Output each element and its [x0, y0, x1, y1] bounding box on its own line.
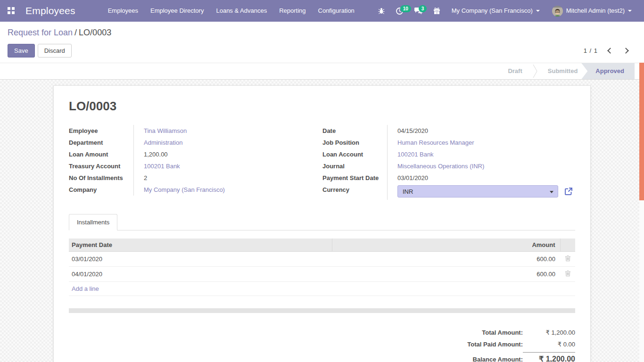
record-title: LO/0003: [69, 99, 575, 114]
breadcrumb: Request for Loan/LO/0003: [8, 28, 636, 38]
field-label-date: Date: [322, 125, 388, 137]
field-value-job-position[interactable]: Human Resources Manager: [397, 139, 474, 146]
table-horizontal-scrollbar[interactable]: [69, 308, 575, 313]
total-paid-label: Total Paid Amount:: [467, 341, 523, 348]
menu-item-employees[interactable]: Employees: [102, 0, 144, 22]
app-brand[interactable]: Employees: [25, 5, 75, 16]
field-label-loan-account: Loan Account: [322, 148, 388, 160]
activity-count-badge: 10: [400, 5, 411, 12]
status-step-submitted[interactable]: Submitted: [537, 63, 588, 79]
field-label-treasury-account: Treasury Account: [69, 160, 134, 172]
status-step-approved[interactable]: Approved: [581, 63, 635, 79]
column-header-amount[interactable]: Amount: [332, 239, 560, 252]
systray: 10 3 My Company (San Francisco): [374, 0, 636, 22]
currency-select[interactable]: INR: [397, 185, 558, 197]
chevron-down-icon: [536, 10, 540, 12]
message-count-badge: 3: [419, 5, 427, 12]
column-header-payment-date[interactable]: Payment Date: [69, 239, 332, 252]
installments-table: Payment Date Amount 03/01/2020 600.00: [69, 239, 575, 296]
menu-item-reporting[interactable]: Reporting: [273, 0, 312, 22]
apps-menu-icon[interactable]: [8, 7, 15, 15]
user-avatar: [552, 6, 563, 16]
external-link-icon[interactable]: [564, 187, 573, 196]
field-label-company: Company: [69, 184, 134, 196]
field-label-employee: Employee: [69, 125, 134, 137]
cell-amount[interactable]: 600.00: [332, 267, 560, 282]
total-amount-label: Total Amount:: [482, 329, 523, 336]
notebook: Installments Payment Date Amount 03/01/2…: [69, 214, 575, 313]
field-label-journal: Journal: [322, 160, 388, 172]
field-group-left: Employee Tina Williamson Department Admi…: [69, 125, 314, 200]
select-caret-icon: [550, 191, 553, 193]
debug-bug-icon[interactable]: [374, 4, 389, 17]
page-scrollbar-thumb[interactable]: [639, 63, 644, 200]
breadcrumb-parent-link[interactable]: Request for Loan: [8, 28, 73, 37]
field-value-installments[interactable]: 2: [134, 172, 314, 184]
field-value-company[interactable]: My Company (San Francisco): [144, 186, 225, 193]
field-value-loan-amount[interactable]: 1,200.00: [134, 148, 314, 160]
company-name: My Company (San Francisco): [452, 0, 533, 22]
form-view-background: LO/0003 Employee Tina Williamson Departm…: [0, 80, 644, 362]
statusbar: Draft Submitted Approved: [0, 63, 644, 80]
field-label-loan-amount: Loan Amount: [69, 148, 134, 160]
total-paid-value: ₹ 0.00: [523, 339, 575, 350]
status-step-draft[interactable]: Draft: [497, 63, 532, 79]
field-group-right: Date 04/15/2020 Job Position Human Resou…: [322, 125, 575, 200]
control-panel: Request for Loan/LO/0003 Save Discard 1 …: [0, 22, 644, 63]
field-value-treasury-account[interactable]: 100201 Bank: [144, 163, 180, 170]
menu-item-configuration[interactable]: Configuration: [312, 0, 361, 22]
chevron-down-icon: [628, 10, 632, 12]
top-navbar: Employees Employees Employee Directory L…: [0, 0, 644, 22]
field-label-currency: Currency: [322, 184, 388, 200]
field-value-employee[interactable]: Tina Williamson: [144, 127, 187, 134]
field-value-payment-start-date[interactable]: 03/01/2020: [388, 172, 575, 184]
cell-payment-date[interactable]: 04/01/2020: [69, 267, 332, 282]
cell-amount[interactable]: 600.00: [332, 252, 560, 267]
messages-chat-icon[interactable]: 3: [410, 4, 427, 18]
user-menu[interactable]: Mitchell Admin (test2): [547, 0, 636, 22]
delete-row-icon[interactable]: [565, 270, 571, 277]
menu-item-loans-advances[interactable]: Loans & Advances: [210, 0, 273, 22]
column-header-actions: [560, 239, 575, 252]
step-arrow-icon: [533, 64, 537, 78]
form-sheet: LO/0003 Employee Tina Williamson Departm…: [53, 85, 591, 362]
field-label-department: Department: [69, 137, 134, 148]
pager: 1 / 1: [584, 47, 636, 54]
activities-clock-icon[interactable]: 10: [392, 4, 407, 18]
field-value-date[interactable]: 04/15/2020: [388, 125, 575, 137]
page-scrollbar-track[interactable]: [639, 63, 644, 362]
save-button[interactable]: Save: [8, 44, 35, 58]
field-value-journal[interactable]: Miscellaneous Operations (INR): [397, 163, 484, 170]
main-menu: Employees Employee Directory Loans & Adv…: [102, 0, 361, 22]
tab-installments[interactable]: Installments: [69, 214, 117, 230]
table-row: 04/01/2020 600.00: [69, 267, 575, 282]
discard-button[interactable]: Discard: [38, 44, 72, 58]
breadcrumb-separator: /: [73, 28, 79, 37]
add-a-line-link[interactable]: Add a line: [72, 285, 99, 292]
cell-payment-date[interactable]: 03/01/2020: [69, 252, 332, 267]
menu-item-employee-directory[interactable]: Employee Directory: [144, 0, 210, 22]
breadcrumb-current: LO/0003: [79, 28, 111, 37]
company-switcher[interactable]: My Company (San Francisco): [447, 0, 545, 22]
field-label-payment-start-date: Payment Start Date: [322, 172, 388, 184]
balance-amount-value: ₹ 1,200.00: [523, 352, 575, 362]
delete-row-icon[interactable]: [565, 255, 571, 262]
table-row-add: Add a line: [69, 282, 575, 296]
field-value-department[interactable]: Administration: [144, 139, 182, 146]
field-label-job-position: Job Position: [322, 137, 388, 148]
pager-previous-icon[interactable]: [607, 48, 613, 54]
total-amount-value: ₹ 1,200.00: [523, 327, 575, 338]
table-row: 03/01/2020 600.00: [69, 252, 575, 267]
pager-next-icon[interactable]: [623, 48, 629, 54]
gift-icon[interactable]: [429, 4, 444, 17]
currency-selected-value: INR: [403, 188, 413, 195]
field-label-installments: No Of Installments: [69, 172, 134, 184]
balance-amount-label: Balance Amount:: [473, 356, 523, 362]
user-name: Mitchell Admin (test2): [566, 0, 625, 22]
totals-block: Total Amount: ₹ 1,200.00 Total Paid Amou…: [69, 327, 575, 362]
pager-value: 1 / 1: [584, 47, 598, 54]
field-value-loan-account[interactable]: 100201 Bank: [397, 151, 434, 158]
